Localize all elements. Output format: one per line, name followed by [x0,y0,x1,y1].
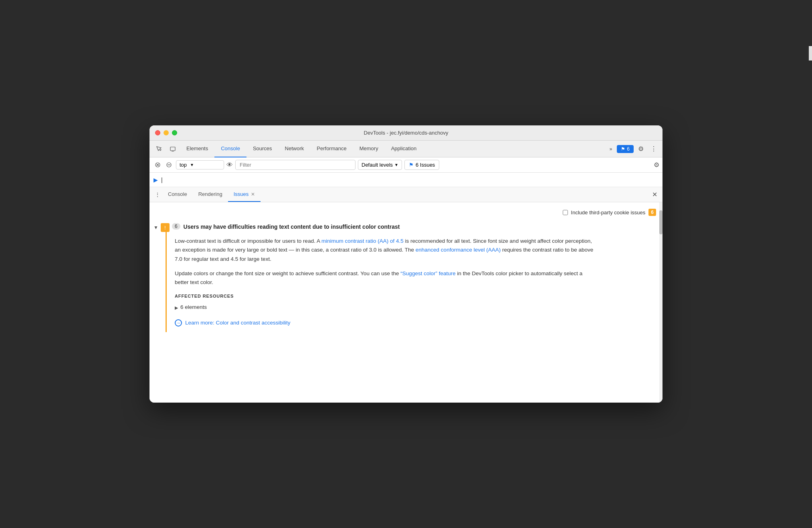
tab-sources[interactable]: Sources [246,141,279,157]
devtools-window: DevTools - jec.fyi/demo/cds-anchovy Elem… [149,125,663,403]
elements-expandable[interactable]: ▶ 6 elements [175,303,596,312]
issue-title: Users may have difficulties reading text… [184,223,400,231]
close-button[interactable] [155,130,160,135]
main-toolbar: Elements Console Sources Network Perform… [149,141,663,157]
flag-icon-console: ⚑ [409,162,414,168]
toolbar-right: » ⚑ 6 ⚙ ⋮ [606,143,659,155]
issue-row-header: ▼ ! 6 Users may have difficulties readin… [149,219,663,232]
learn-more-link[interactable]: → Learn more: Color and contrast accessi… [175,318,596,327]
settings-button[interactable]: ⚙ [635,143,646,155]
sub-tab-console[interactable]: Console [162,187,193,202]
clear-messages-button[interactable] [153,160,162,170]
issue-detail-content: Low-contrast text is difficult or imposs… [175,237,596,327]
levels-arrow-icon: ▼ [394,163,398,167]
sub-tab-issues[interactable]: Issues ✕ [228,187,261,202]
dropdown-arrow-icon: ▼ [190,163,194,167]
title-bar: DevTools - jec.fyi/demo/cds-anchovy [149,125,663,141]
prompt-arrow-icon: ▶ [154,177,158,183]
tab-memory[interactable]: Memory [353,141,385,157]
sub-tab-rendering[interactable]: Rendering [193,187,228,202]
vertical-scrollbar[interactable] [659,202,663,403]
issue-count-badge: 6 [172,223,180,230]
console-left-icons [153,160,174,170]
tab-performance[interactable]: Performance [310,141,353,157]
issue-description-p1: Low-contrast text is difficult or imposs… [175,237,596,264]
issue-description-p2: Update colors or change the font size or… [175,269,596,287]
no-entry-button[interactable] [164,160,174,170]
tab-network[interactable]: Network [279,141,311,157]
minimize-button[interactable] [164,130,169,135]
svg-rect-1 [172,151,174,151]
third-party-label: Include third-party cookie issues [571,210,646,216]
tab-navigation: Elements Console Sources Network Perform… [180,141,423,157]
checkbox-row: Include third-party cookie issues 6 [149,207,663,219]
warning-icon: ! [161,223,170,232]
console-toolbar: top ▼ 👁 Default levels ▼ ⚑ 6 Issues ⚙ [149,157,663,173]
svg-rect-0 [170,147,175,151]
bottom-panel: ⋮ Console Rendering Issues ✕ ✕ Include t… [149,187,663,403]
eye-icon[interactable]: 👁 [226,161,233,169]
levels-button[interactable]: Default levels ▼ [358,160,402,170]
tab-console[interactable]: Console [214,141,246,157]
inspect-button[interactable] [153,143,166,155]
sub-tab-bar: ⋮ Console Rendering Issues ✕ ✕ [149,187,663,202]
close-bottom-panel-button[interactable]: ✕ [650,190,659,200]
issues-badge[interactable]: ⚑ 6 [617,145,634,153]
device-button[interactable] [166,143,179,155]
sub-tab-close-icon[interactable]: ✕ [251,191,255,197]
filter-input[interactable] [235,160,356,170]
window-title: DevTools - jec.fyi/demo/cds-anchovy [364,130,448,136]
context-selector[interactable]: top ▼ [176,160,224,169]
scrollbar-thumb[interactable] [659,210,663,234]
affected-resources-label: AFFECTED RESOURCES [175,292,596,300]
issue-detail: Low-contrast text is difficult or imposs… [166,232,663,332]
suggest-color-link[interactable]: “Suggest color” feature [400,270,455,276]
issues-warn-badge: 6 [648,209,656,216]
tab-application[interactable]: Application [385,141,423,157]
console-settings-button[interactable]: ⚙ [654,161,659,169]
tab-elements[interactable]: Elements [180,141,214,157]
flag-icon-toolbar: ⚑ [621,146,625,152]
traffic-lights [155,130,177,135]
sub-tab-more-button[interactable]: ⋮ [153,190,162,200]
aaa-link[interactable]: enhanced conformance level (AAA) [416,247,501,253]
console-prompt-bar[interactable]: ▶ | [149,173,663,187]
more-tabs-button[interactable]: » [606,145,616,153]
issues-count-button[interactable]: ⚑ 6 Issues [404,160,439,170]
aa-link[interactable]: minimum contrast ratio (AA) of 4.5 [321,238,404,244]
more-options-button[interactable]: ⋮ [648,143,659,155]
third-party-checkbox[interactable] [563,210,568,215]
maximize-button[interactable] [172,130,177,135]
expand-icon[interactable]: ▼ [154,225,158,230]
learn-more-icon: → [175,319,182,326]
elements-arrow-icon: ▶ [175,304,178,311]
issues-panel: Include third-party cookie issues 6 ▼ ! … [149,202,663,403]
prompt-cursor: | [161,177,163,183]
